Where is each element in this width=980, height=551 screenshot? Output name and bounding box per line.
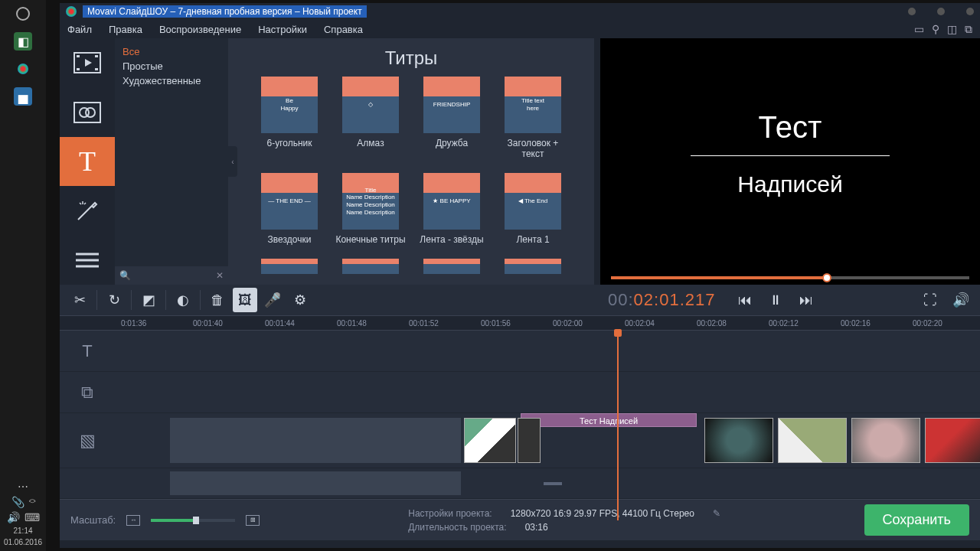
video-track[interactable]: ▧ Тест Надписей <box>60 413 980 468</box>
edit-project-icon[interactable]: ✎ <box>713 508 720 519</box>
menu-file[interactable]: Файл <box>67 24 92 35</box>
gallery-thumb: — THE END — <box>261 173 318 230</box>
volume-button[interactable]: 🔊 <box>949 289 972 311</box>
gear-button[interactable]: ⚙ <box>288 288 312 312</box>
minimize-icon[interactable] <box>908 8 916 15</box>
start-icon[interactable] <box>14 5 32 23</box>
more-tab[interactable] <box>60 236 115 285</box>
gallery-item[interactable]: FRIENDSHIPДружба <box>416 77 487 159</box>
ok-icon[interactable]: ⚲ <box>932 23 939 36</box>
menu-help[interactable]: Справка <box>324 24 363 35</box>
clear-search-icon[interactable]: ✕ <box>216 270 224 281</box>
edit-toolbar: ✂ ↻ ◩ ◐ 🗑 🖼 🎤 ⚙ <box>60 285 600 315</box>
share-icon[interactable]: ⧉ <box>965 23 972 36</box>
gallery-label: Конечные титры <box>335 234 406 245</box>
clock-date[interactable]: 01.06.2016 <box>4 538 42 546</box>
gallery-item[interactable]: BeHappy6-угольник <box>254 77 325 159</box>
prev-button[interactable]: ⏮ <box>733 289 756 311</box>
gallery-item[interactable]: TitleName DescriptionName DescriptionNam… <box>335 173 406 245</box>
vk-icon[interactable]: ◫ <box>947 23 957 36</box>
gallery-label: 6-угольник <box>254 138 325 148</box>
zoom-fit-icon[interactable]: ⊞ <box>246 515 260 526</box>
close-icon[interactable] <box>966 8 974 15</box>
ruler-tick: 00:01:44 <box>265 319 337 328</box>
cut-button[interactable]: ✂ <box>67 288 92 312</box>
title-track[interactable]: T <box>60 331 980 372</box>
preview-panel: Тест Надписей <box>600 38 980 285</box>
zoom-out-icon[interactable]: ↔ <box>126 515 140 526</box>
gallery-label: Алмаз <box>335 138 406 148</box>
clock-time[interactable]: 21:14 <box>13 527 32 535</box>
video-track-icon: ▧ <box>60 413 115 468</box>
collapse-handle[interactable]: ‹ <box>228 146 237 177</box>
fullscreen-button[interactable]: ⛶ <box>919 289 942 311</box>
menu-playback[interactable]: Воспроизведение <box>159 24 241 35</box>
os-taskbar: ◧ ▅ ⋯ 📎⌔ 🔊⌨ 21:14 01.06.2016 <box>0 0 46 551</box>
overlay-track[interactable]: ⧉ <box>60 372 980 413</box>
status-bar: Масштаб: ↔ ⊞ Настройки проекта:980x551 … <box>60 499 980 540</box>
timeline-ruler[interactable]: 0:01:3600:01:4000:01:4400:01:4800:01:520… <box>60 315 980 331</box>
save-button[interactable]: Сохранить <box>864 504 969 536</box>
category-panel: Все Простые Художественные 🔍 ✕ <box>115 38 228 285</box>
taskbar-app-movavi[interactable] <box>14 60 32 78</box>
gallery-item[interactable]: Title texthereЗаголовок + текст <box>498 77 568 159</box>
title-clip[interactable]: Тест Надписей <box>521 413 697 427</box>
search-icon: 🔍 <box>119 270 131 281</box>
category-simple[interactable]: Простые <box>122 59 220 73</box>
gallery-thumb: ★ BE HAPPY <box>423 173 480 230</box>
timecode: 00:02:01.217 <box>608 290 715 310</box>
gallery-title: Титры <box>234 47 588 69</box>
color-button[interactable]: ◐ <box>171 288 195 312</box>
menu-settings[interactable]: Настройки <box>258 24 307 35</box>
gallery-thumb: FRIENDSHIP <box>423 77 480 133</box>
gallery-item[interactable]: ◀ The EndЛента 1 <box>498 173 568 245</box>
ruler-tick: 00:02:12 <box>769 319 841 328</box>
effects-tab[interactable] <box>60 186 115 235</box>
rotate-button[interactable]: ↻ <box>102 288 126 312</box>
filters-tab[interactable] <box>60 87 115 136</box>
wifi-icon[interactable]: ⌔ <box>29 496 35 508</box>
gallery-thumb: TitleName DescriptionName DescriptionNam… <box>342 173 399 230</box>
gallery-thumb: BeHappy <box>261 77 318 133</box>
youtube-icon[interactable]: ▭ <box>914 23 924 36</box>
mic-button[interactable]: 🎤 <box>260 288 285 312</box>
gallery-item[interactable]: ★ BE HAPPYЛента - звёзды <box>416 173 487 245</box>
taskbar-app-1[interactable]: ◧ <box>14 32 32 51</box>
maximize-icon[interactable] <box>937 8 945 15</box>
preview-divider <box>691 155 890 156</box>
audio-track[interactable] <box>60 468 980 499</box>
gallery-item[interactable]: ◇Алмаз <box>335 77 406 159</box>
timeline: T ⧉ ▧ Тест Надписей <box>60 331 980 499</box>
ruler-tick: 00:02:16 <box>841 319 913 328</box>
keyboard-icon[interactable]: ⌨ <box>24 511 40 523</box>
image-mode-button[interactable]: 🖼 <box>233 288 257 312</box>
category-search[interactable]: 🔍 ✕ <box>115 266 228 285</box>
titles-tab[interactable]: T <box>60 137 115 186</box>
overlay-track-icon: ⧉ <box>60 372 115 412</box>
taskbar-folder[interactable]: ▅ <box>14 87 32 106</box>
ruler-tick: 00:02:00 <box>553 319 625 328</box>
app-window: Movavi СлайдШОУ – 7-дневная пробная верс… <box>60 3 980 548</box>
category-all[interactable]: Все <box>122 44 220 59</box>
next-button[interactable]: ⏭ <box>795 289 818 311</box>
zoom-slider[interactable] <box>151 519 235 522</box>
menu-edit[interactable]: Правка <box>109 24 142 35</box>
media-tab[interactable] <box>60 38 115 87</box>
delete-button[interactable]: 🗑 <box>205 288 230 312</box>
gallery-label: Звездочки <box>254 234 325 245</box>
playhead[interactable] <box>617 331 619 520</box>
volume-icon[interactable]: 🔊 <box>7 511 20 523</box>
ruler-tick: 0:01:36 <box>121 319 193 328</box>
pause-button[interactable]: ⏸ <box>764 289 787 311</box>
svg-rect-3 <box>95 55 98 57</box>
gallery-item[interactable]: — THE END —Звездочки <box>254 173 325 245</box>
attachment-icon[interactable]: 📎 <box>11 496 24 508</box>
svg-rect-2 <box>77 68 80 70</box>
category-artistic[interactable]: Художественные <box>122 73 220 88</box>
crop-button[interactable]: ◩ <box>136 288 161 312</box>
svg-rect-5 <box>74 103 100 122</box>
system-tray: ⋯ 📎⌔ 🔊⌨ 21:14 01.06.2016 <box>0 476 46 551</box>
scrub-bar[interactable] <box>600 269 980 285</box>
tray-more-icon[interactable]: ⋯ <box>18 481 28 493</box>
gallery-thumb: Title texthere <box>505 77 561 133</box>
